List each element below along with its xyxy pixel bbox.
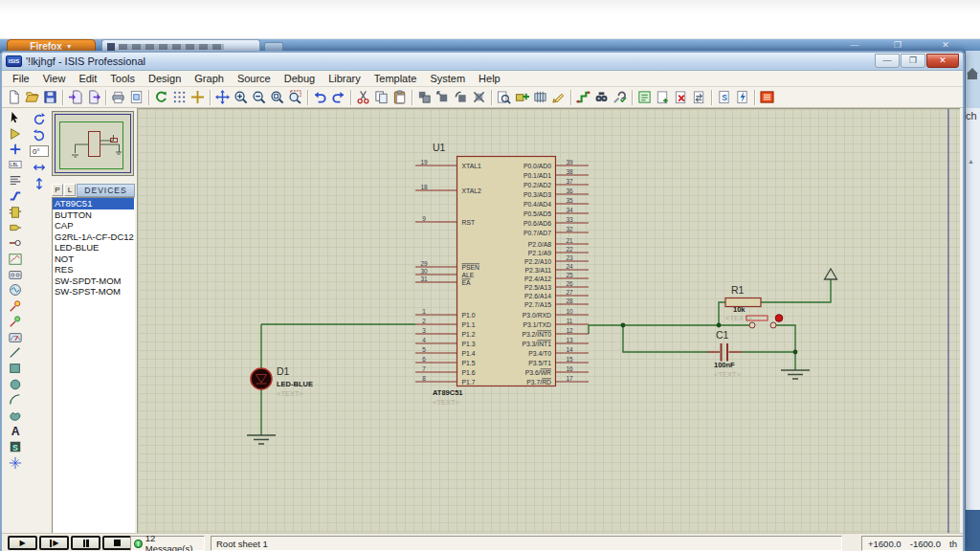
print-area-icon[interactable] bbox=[127, 89, 145, 106]
export-section-icon[interactable] bbox=[84, 89, 102, 106]
device-item-button[interactable]: BUTTON bbox=[53, 209, 134, 221]
device-item-at89c51[interactable]: AT89C51 bbox=[53, 198, 134, 209]
r1-value-label[interactable]: 10k bbox=[733, 305, 746, 314]
paste-icon[interactable] bbox=[390, 89, 409, 106]
zoom-in-icon[interactable] bbox=[232, 89, 250, 106]
path-2d-mode-icon[interactable] bbox=[5, 408, 25, 423]
browser-close-button[interactable]: ✕ bbox=[933, 40, 958, 50]
menu-edit[interactable]: Edit bbox=[72, 72, 103, 85]
pick-device-icon[interactable] bbox=[495, 89, 513, 106]
redo-icon[interactable] bbox=[329, 89, 347, 106]
selection-mode-icon[interactable] bbox=[5, 110, 25, 125]
c1-value-label[interactable]: 100nF bbox=[714, 361, 735, 369]
electrical-check-icon[interactable] bbox=[733, 89, 751, 106]
tape-recorder-mode-icon[interactable] bbox=[5, 267, 25, 282]
terminal-mode-icon[interactable] bbox=[5, 220, 25, 235]
ground-terminal[interactable] bbox=[247, 435, 276, 444]
device-item-led-blue[interactable]: LED-BLUE bbox=[53, 242, 134, 253]
text-2d-mode-icon[interactable]: A bbox=[5, 424, 25, 439]
mirror-vertical-icon[interactable] bbox=[31, 176, 48, 190]
box-2d-mode-icon[interactable] bbox=[5, 361, 25, 376]
menu-system[interactable]: System bbox=[423, 72, 472, 85]
arc-2d-mode-icon[interactable] bbox=[5, 392, 25, 408]
overview-minimap[interactable] bbox=[52, 111, 134, 176]
ground-terminal[interactable] bbox=[781, 370, 810, 379]
device-item-cap[interactable]: CAP bbox=[53, 220, 134, 231]
d1-ref-label[interactable]: D1 bbox=[277, 365, 290, 377]
wire-autorouter-icon[interactable] bbox=[574, 89, 592, 106]
origin-icon[interactable] bbox=[189, 89, 207, 106]
menu-help[interactable]: Help bbox=[472, 72, 507, 85]
copy-icon[interactable] bbox=[372, 89, 390, 106]
block-move-icon[interactable] bbox=[434, 89, 452, 106]
menu-view[interactable]: View bbox=[36, 72, 73, 85]
scrollbar-up-icon[interactable]: ▲ bbox=[968, 158, 974, 165]
titlebar[interactable]: ISIS '!lkjhgf - ISIS Professional — ❐ ✕ bbox=[2, 53, 963, 71]
zoom-area-icon[interactable] bbox=[286, 89, 304, 106]
menu-tools[interactable]: Tools bbox=[103, 72, 142, 85]
browser-minimize-button[interactable]: — bbox=[842, 40, 867, 50]
rotation-angle-field[interactable]: 0° bbox=[30, 145, 49, 157]
close-button[interactable]: ✕ bbox=[926, 54, 959, 68]
print-icon[interactable] bbox=[109, 89, 127, 106]
message-status[interactable]: i 12 Message(s) bbox=[130, 536, 205, 551]
stop-button[interactable] bbox=[102, 536, 132, 550]
import-section-icon[interactable] bbox=[66, 89, 84, 106]
menu-template[interactable]: Template bbox=[368, 72, 424, 85]
menu-library[interactable]: Library bbox=[322, 72, 368, 85]
subcircuit-mode-icon[interactable] bbox=[5, 204, 25, 219]
minimize-button[interactable]: — bbox=[875, 54, 900, 68]
pick-devices-button[interactable]: P bbox=[52, 184, 63, 196]
r1-ref-label[interactable]: R1 bbox=[731, 284, 745, 296]
menu-file[interactable]: File bbox=[6, 72, 36, 85]
search-tag-icon[interactable] bbox=[592, 89, 611, 106]
menu-debug[interactable]: Debug bbox=[278, 72, 322, 85]
open-folder-icon[interactable] bbox=[23, 89, 41, 106]
bus-mode-icon[interactable] bbox=[5, 188, 25, 204]
zoom-all-icon[interactable] bbox=[268, 89, 286, 106]
save-icon[interactable] bbox=[41, 89, 59, 106]
browser-maximize-button[interactable]: ❐ bbox=[885, 40, 910, 50]
power-terminal[interactable] bbox=[825, 269, 837, 279]
device-item-g2rl-1a-cf-dc12[interactable]: G2RL-1A-CF-DC12 bbox=[53, 231, 134, 243]
schematic-canvas[interactable]: U1 AT89C51 <TEXT> D1 LED-BLUE <TEXT> R1 … bbox=[137, 108, 960, 534]
device-item-not[interactable]: NOT bbox=[53, 253, 134, 265]
decompose-icon[interactable] bbox=[549, 89, 568, 106]
d1-led[interactable] bbox=[251, 368, 272, 389]
d1-part-label[interactable]: LED-BLUE bbox=[277, 380, 313, 388]
c1-capacitor[interactable] bbox=[707, 343, 742, 362]
new-sheet-icon[interactable] bbox=[654, 89, 672, 106]
zoom-out-icon[interactable] bbox=[250, 89, 268, 106]
line-2d-mode-icon[interactable] bbox=[5, 345, 25, 361]
play-button[interactable]: ▶ bbox=[8, 536, 37, 550]
block-rotate-icon[interactable] bbox=[452, 89, 470, 106]
text-script-mode-icon[interactable] bbox=[5, 173, 25, 188]
redraw-icon[interactable] bbox=[152, 89, 170, 106]
wire-label-mode-icon[interactable]: LBL bbox=[5, 157, 25, 172]
voltage-probe-mode-icon[interactable] bbox=[5, 298, 25, 314]
block-delete-icon[interactable] bbox=[470, 89, 488, 106]
device-item-res[interactable]: RES bbox=[53, 264, 134, 276]
pause-button[interactable] bbox=[71, 536, 100, 550]
netlist-ares-icon[interactable] bbox=[758, 89, 776, 106]
packaging-tool-icon[interactable] bbox=[531, 89, 549, 106]
device-item-sw-spst-mom[interactable]: SW-SPST-MOM bbox=[53, 286, 134, 298]
rotate-anticlockwise-icon[interactable] bbox=[31, 128, 48, 143]
design-explorer-icon[interactable] bbox=[635, 89, 654, 106]
rotate-clockwise-icon[interactable] bbox=[31, 112, 48, 126]
component-mode-icon[interactable] bbox=[5, 125, 25, 141]
property-assignment-icon[interactable] bbox=[611, 89, 629, 106]
device-item-sw-spdt-mom[interactable]: SW-SPDT-MOM bbox=[53, 276, 134, 287]
virtual-instrument-mode-icon[interactable] bbox=[5, 329, 25, 344]
symbol-2d-mode-icon[interactable]: S bbox=[5, 439, 25, 454]
u1-part-label[interactable]: AT89C51 bbox=[433, 388, 463, 397]
step-button[interactable]: ▶ bbox=[39, 536, 69, 550]
device-pin-mode-icon[interactable] bbox=[5, 235, 25, 251]
c1-ref-label[interactable]: C1 bbox=[716, 329, 729, 341]
current-probe-mode-icon[interactable] bbox=[5, 314, 25, 329]
menu-source[interactable]: Source bbox=[231, 72, 278, 85]
library-manager-button[interactable]: L bbox=[64, 184, 76, 196]
pan-icon[interactable] bbox=[213, 89, 232, 106]
bill-of-materials-icon[interactable]: S bbox=[715, 89, 733, 106]
graph-mode-icon[interactable] bbox=[5, 252, 25, 267]
